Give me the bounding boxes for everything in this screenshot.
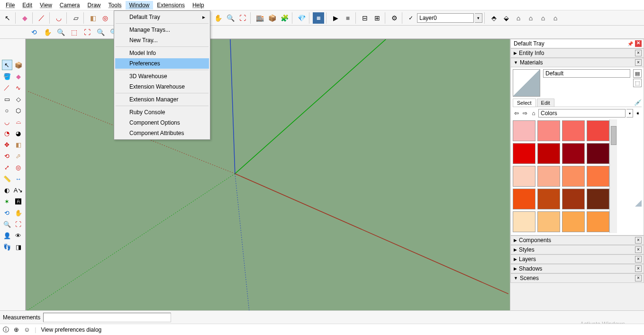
tray-title-bar[interactable]: Default Tray 📌 ✕ bbox=[510, 39, 644, 48]
tape2-icon[interactable]: 📏 bbox=[2, 173, 12, 184]
zoom-selection-icon[interactable]: ⛶ bbox=[82, 27, 93, 38]
view-top-icon[interactable]: ⬙ bbox=[500, 12, 512, 24]
component-icon[interactable]: 📦 bbox=[13, 60, 24, 70]
view-front-icon[interactable]: ⌂ bbox=[513, 12, 524, 24]
zoom2-icon[interactable]: 🔍 bbox=[55, 27, 66, 38]
pan2-icon[interactable]: ✋ bbox=[42, 27, 53, 38]
stop-icon[interactable]: ■ bbox=[342, 12, 354, 24]
close-tray-icon[interactable]: ✕ bbox=[635, 40, 642, 47]
geo-icon[interactable]: ⊕ bbox=[14, 326, 19, 333]
panel-shadows[interactable]: ▶Shadows× bbox=[510, 264, 644, 273]
scene-next-icon[interactable]: ⊞ bbox=[372, 12, 383, 24]
nav-home-icon[interactable]: ⌂ bbox=[530, 109, 537, 117]
color-swatch[interactable] bbox=[587, 189, 609, 209]
menu-window[interactable]: Window bbox=[126, 1, 154, 9]
color-swatch[interactable] bbox=[537, 120, 560, 141]
zoom3-icon[interactable]: 🔍 bbox=[2, 219, 12, 229]
color-swatch[interactable] bbox=[513, 120, 535, 141]
color-swatch[interactable] bbox=[562, 120, 585, 141]
panel-materials[interactable]: ▼Materials× bbox=[510, 58, 644, 67]
play-icon[interactable]: ▶ bbox=[330, 12, 341, 24]
menu-default-tray[interactable]: Default Tray▸ bbox=[115, 12, 209, 22]
category-dropdown-icon[interactable]: ▾ bbox=[626, 109, 633, 118]
menu-model-info[interactable]: Model Info bbox=[115, 48, 209, 58]
menu-preferences[interactable]: Preferences bbox=[115, 58, 209, 69]
dimension-icon[interactable]: ↔ bbox=[13, 173, 24, 184]
panel-close-icon[interactable]: × bbox=[635, 50, 642, 56]
arc-tool-icon[interactable]: ◡ bbox=[53, 12, 64, 24]
materials-tab-select[interactable]: Select bbox=[513, 99, 536, 107]
rotate2-icon[interactable]: ⟲ bbox=[2, 151, 12, 161]
help-icon[interactable]: ⓘ bbox=[3, 326, 9, 334]
pie-icon[interactable]: ◔ bbox=[2, 128, 12, 138]
ext-mgr-icon[interactable]: 💎 bbox=[296, 12, 307, 24]
menu-view[interactable]: View bbox=[36, 1, 56, 9]
color-swatch[interactable] bbox=[587, 120, 609, 141]
pie2-icon[interactable]: ◕ bbox=[13, 128, 24, 138]
menu-tools[interactable]: Tools bbox=[105, 1, 126, 9]
rotrect-icon[interactable]: ◇ bbox=[13, 94, 24, 104]
ext-warehouse-icon[interactable]: 🧩 bbox=[279, 12, 290, 24]
pan-tool-icon[interactable]: ✋ bbox=[212, 12, 224, 24]
nav-fwd-icon[interactable]: ⇨ bbox=[521, 109, 529, 117]
eraser2-icon[interactable]: ◆ bbox=[13, 71, 24, 81]
eraser-tool-icon[interactable]: ◆ bbox=[19, 12, 30, 24]
panel-styles[interactable]: ▶Styles× bbox=[510, 245, 644, 254]
arc3-icon[interactable]: ⌓ bbox=[13, 117, 24, 127]
menu-edit[interactable]: Edit bbox=[18, 1, 36, 9]
component-icon[interactable]: 📦 bbox=[266, 12, 278, 24]
scale2-icon[interactable]: ⤢ bbox=[2, 162, 12, 172]
view-back-icon[interactable]: ⌂ bbox=[537, 12, 549, 24]
menu-new-tray[interactable]: New Tray... bbox=[115, 35, 209, 45]
measurements-input[interactable] bbox=[43, 313, 171, 322]
followme-icon[interactable]: ⬀ bbox=[13, 151, 24, 161]
pin-icon[interactable]: 📌 bbox=[627, 41, 633, 46]
zoom-tool-icon[interactable]: 🔍 bbox=[225, 12, 236, 24]
color-swatch[interactable] bbox=[562, 189, 585, 209]
nav-menu-icon[interactable]: ➧ bbox=[634, 109, 642, 117]
panel-close-icon[interactable]: × bbox=[635, 256, 642, 263]
menu-component-options[interactable]: Component Options bbox=[115, 118, 209, 128]
view-left-icon[interactable]: ⌂ bbox=[550, 12, 561, 24]
menu-manage-trays[interactable]: Manage Trays... bbox=[115, 25, 209, 35]
default-material-icon[interactable]: ⬚ bbox=[633, 79, 642, 87]
panel-close-icon[interactable]: × bbox=[635, 246, 642, 253]
panel-close-icon[interactable]: × bbox=[635, 59, 642, 66]
arc2-icon[interactable]: ◡ bbox=[2, 117, 12, 127]
panel-close-icon[interactable]: × bbox=[635, 265, 642, 272]
color-swatch[interactable] bbox=[587, 211, 609, 232]
material-name-field[interactable]: Default bbox=[543, 69, 630, 78]
color-swatch[interactable] bbox=[537, 189, 560, 209]
view-right-icon[interactable]: ⌂ bbox=[525, 12, 536, 24]
panel-scenes[interactable]: ▼Scenes× bbox=[510, 273, 644, 283]
section-icon[interactable]: ◨ bbox=[13, 242, 24, 252]
menu-extension-warehouse[interactable]: Extension Warehouse bbox=[115, 81, 209, 92]
shape-tool-icon[interactable]: ▱ bbox=[70, 12, 82, 24]
zoom-extents-icon[interactable]: ⛶ bbox=[237, 12, 248, 24]
color-swatch[interactable] bbox=[513, 143, 535, 164]
person-icon[interactable]: ☺ bbox=[24, 326, 30, 333]
circle-icon[interactable]: ○ bbox=[2, 105, 12, 116]
select-icon[interactable]: ↖ bbox=[2, 60, 12, 70]
color-swatch[interactable] bbox=[587, 166, 609, 187]
polygon-icon[interactable]: ⬡ bbox=[13, 105, 24, 116]
material-category-select[interactable]: Colors bbox=[538, 109, 626, 118]
menu-camera[interactable]: Camera bbox=[56, 1, 84, 9]
swatch-scrollbar[interactable] bbox=[609, 119, 617, 233]
3dtext-icon[interactable]: 🅰 bbox=[13, 196, 24, 207]
menu-help[interactable]: Help bbox=[189, 1, 208, 9]
zoomext3-icon[interactable]: ⛶ bbox=[13, 219, 24, 229]
line-tool-icon[interactable]: ／ bbox=[36, 12, 47, 24]
color-swatch[interactable] bbox=[587, 143, 609, 164]
line2-icon[interactable]: ／ bbox=[2, 82, 12, 93]
zoom-window-icon[interactable]: ⬚ bbox=[68, 27, 80, 38]
settings-icon[interactable]: ⚙ bbox=[389, 12, 400, 24]
color-swatch[interactable] bbox=[537, 166, 560, 187]
walk-icon[interactable]: 👣 bbox=[2, 242, 12, 252]
move2-icon[interactable]: ✥ bbox=[2, 139, 12, 150]
create-material-icon[interactable]: ▤ bbox=[633, 69, 642, 78]
offset-tool-icon[interactable]: ◎ bbox=[100, 12, 111, 24]
position-camera-icon[interactable]: 👤 bbox=[2, 230, 12, 241]
eyedropper-icon[interactable]: 💉 bbox=[634, 99, 642, 106]
color-swatch[interactable] bbox=[537, 143, 560, 164]
